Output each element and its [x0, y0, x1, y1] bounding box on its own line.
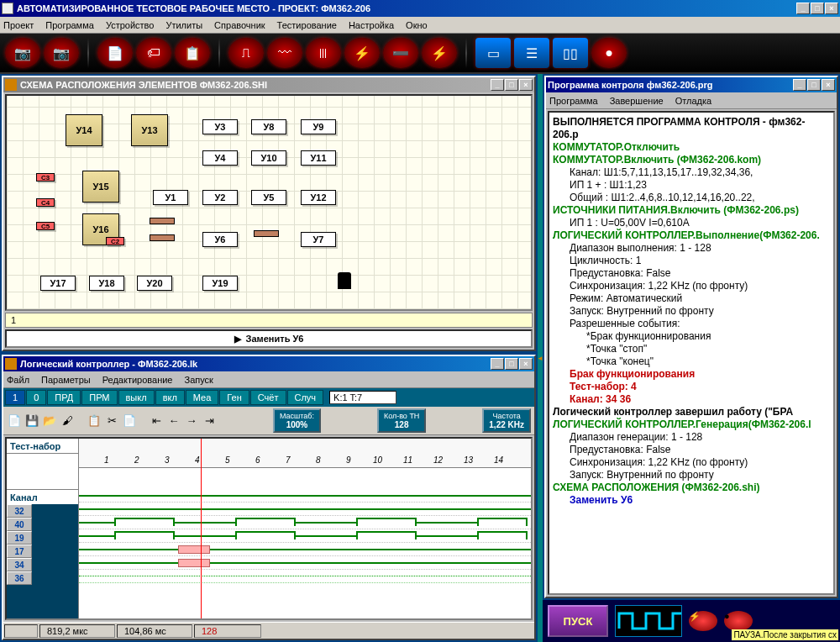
tab-prd[interactable]: ПРД: [47, 390, 81, 405]
menu-device[interactable]: Устройство: [106, 20, 155, 30]
copy-icon[interactable]: 📋: [87, 413, 102, 429]
chip-c3[interactable]: C3: [36, 173, 55, 182]
chip-y20[interactable]: У20: [137, 276, 172, 291]
minimize-button[interactable]: _: [796, 3, 810, 14]
chip-y8[interactable]: У8: [251, 119, 286, 134]
count-button[interactable]: Кол-во ТН128: [377, 408, 426, 433]
paste-icon[interactable]: 📄: [122, 413, 137, 429]
chip-c2[interactable]: C2: [106, 237, 124, 245]
resistor-3[interactable]: [254, 230, 279, 237]
end-icon[interactable]: ⇥: [202, 413, 217, 429]
menu-reference[interactable]: Справочник: [214, 20, 265, 30]
tab-1[interactable]: 1: [5, 390, 25, 405]
chip-y13[interactable]: У13: [131, 114, 168, 146]
tab-0[interactable]: 0: [26, 390, 46, 405]
chip-y9[interactable]: У9: [301, 119, 336, 134]
logic-minimize[interactable]: _: [491, 358, 504, 370]
lmenu-run[interactable]: Запуск: [184, 375, 213, 385]
schema-maximize[interactable]: □: [505, 79, 518, 91]
tab-gen[interactable]: Ген: [219, 390, 249, 405]
pusk-button[interactable]: ПУСК: [548, 605, 608, 637]
chip-y5[interactable]: У5: [251, 190, 286, 205]
menu-settings[interactable]: Настройка: [349, 20, 394, 30]
menu-utilities[interactable]: Утилиты: [165, 20, 202, 30]
chip-y18[interactable]: У18: [89, 276, 124, 291]
close-button[interactable]: ×: [825, 3, 838, 14]
toolbar-btn-6[interactable]: ⎍: [228, 38, 264, 68]
tab-prm[interactable]: ПРМ: [81, 390, 117, 405]
program-output[interactable]: ВЫПОЛНЯЕТСЯ ПРОГРАММА КОНТРОЛЯ - фм362-2…: [548, 111, 835, 595]
pmenu-debug[interactable]: Отладка: [675, 96, 711, 106]
chip-y14[interactable]: У14: [66, 114, 102, 146]
tab-off[interactable]: выкл: [118, 390, 155, 405]
cursor-line[interactable]: [201, 439, 202, 618]
tab-mea[interactable]: Меа: [186, 390, 219, 405]
schema-close[interactable]: ×: [519, 79, 533, 91]
resistor-2[interactable]: [150, 234, 175, 241]
orb-1[interactable]: ⚡: [689, 611, 717, 631]
chip-y6[interactable]: У6: [202, 232, 238, 247]
resistor-1[interactable]: [150, 218, 175, 224]
chip-y15[interactable]: У15: [82, 171, 119, 203]
prog-minimize[interactable]: _: [793, 79, 806, 91]
save-icon[interactable]: 💾: [24, 413, 39, 429]
chip-y19[interactable]: У19: [202, 276, 238, 291]
toolbar-btn-2[interactable]: 📷: [44, 38, 79, 68]
prog-close[interactable]: ×: [822, 79, 835, 91]
menu-project[interactable]: Проект: [3, 20, 34, 30]
chip-y4[interactable]: У4: [202, 150, 238, 166]
logic-close[interactable]: ×: [519, 358, 533, 370]
chip-c4[interactable]: C4: [36, 198, 55, 207]
cut-icon[interactable]: ✂: [104, 413, 119, 429]
freq-button[interactable]: Частота1,22 KHz: [482, 408, 531, 433]
toolbar-btn-8[interactable]: ⫼: [306, 38, 341, 68]
prog-maximize[interactable]: □: [807, 79, 821, 91]
chip-y2[interactable]: У2: [202, 190, 238, 205]
toolbar-btn-13[interactable]: ☰: [514, 38, 549, 68]
open-icon[interactable]: 📂: [42, 413, 57, 429]
toolbar-btn-1[interactable]: 📷: [5, 38, 40, 68]
orb-2[interactable]: ●: [724, 611, 753, 631]
menu-program[interactable]: Программа: [45, 20, 94, 30]
tab-input[interactable]: [329, 391, 396, 404]
schema-minimize[interactable]: _: [491, 79, 504, 91]
toolbar-btn-3[interactable]: 📄: [97, 38, 133, 68]
ch-36[interactable]: 36: [7, 571, 32, 585]
toolbar-btn-5[interactable]: 📋: [175, 38, 210, 68]
chip-y11[interactable]: У11: [301, 150, 336, 166]
left-icon[interactable]: ←: [166, 413, 181, 429]
lmenu-params[interactable]: Параметры: [41, 375, 91, 385]
replace-button[interactable]: ▶Заменить У6: [5, 329, 533, 348]
ch-32[interactable]: 32: [7, 504, 32, 518]
tab-rand[interactable]: Случ: [287, 390, 324, 405]
chip-y3[interactable]: У3: [202, 119, 238, 134]
tab-count[interactable]: Счёт: [250, 390, 286, 405]
chip-y1[interactable]: У1: [153, 190, 188, 205]
new-icon[interactable]: 📄: [7, 413, 22, 429]
wave-canvas[interactable]: 1 2 3 4 5 6 7 8 9 10 11 12 13 14: [79, 439, 531, 618]
toolbar-btn-10[interactable]: ➖: [383, 38, 418, 68]
scale-button[interactable]: Масштаб:100%: [273, 408, 321, 433]
right-icon[interactable]: →: [184, 413, 199, 429]
pmenu-end[interactable]: Завершение: [610, 96, 664, 106]
lmenu-edit[interactable]: Редактирование: [102, 375, 173, 385]
toolbar-btn-14[interactable]: ▯▯: [553, 38, 588, 68]
toolbar-btn-12[interactable]: ▭: [475, 38, 511, 68]
transistor-1[interactable]: [338, 272, 351, 289]
toolbar-btn-4[interactable]: 🏷: [136, 38, 171, 68]
ch-19[interactable]: 19: [7, 531, 32, 545]
brush-icon[interactable]: 🖌: [60, 413, 75, 429]
ch-40[interactable]: 40: [7, 518, 32, 531]
lmenu-file[interactable]: Файл: [7, 375, 29, 385]
toolbar-btn-7[interactable]: 〰: [267, 38, 302, 68]
menu-window[interactable]: Окно: [406, 20, 428, 30]
schema-canvas[interactable]: У14 У13 У3 У8 У9 У4 У10 У11 C3 У15 У1 У2…: [5, 94, 533, 311]
menu-testing[interactable]: Тестирование: [277, 20, 337, 30]
chip-y17[interactable]: У17: [40, 276, 76, 291]
tab-on[interactable]: вкл: [155, 390, 185, 405]
toolbar-btn-9[interactable]: ⚡: [344, 38, 380, 68]
ch-34[interactable]: 34: [7, 558, 32, 571]
chip-y7[interactable]: У7: [301, 232, 336, 247]
chip-y10[interactable]: У10: [251, 150, 286, 166]
home-icon[interactable]: ⇤: [149, 413, 164, 429]
